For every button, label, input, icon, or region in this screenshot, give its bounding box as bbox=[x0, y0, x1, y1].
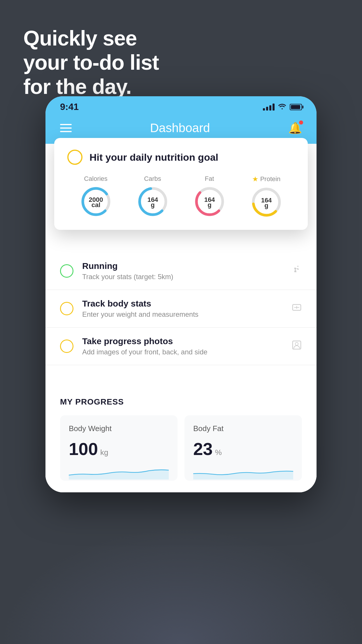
fat-label: Fat bbox=[205, 175, 214, 183]
todo-circle-running bbox=[60, 264, 73, 278]
notification-bell[interactable]: 🔔 bbox=[288, 122, 302, 134]
svg-text:g: g bbox=[151, 201, 154, 209]
headline: Quickly see your to-do list for the day. bbox=[23, 26, 159, 99]
todo-title-photos: Take progress photos bbox=[82, 336, 283, 346]
carbs-ring: Carbs 164 g bbox=[137, 175, 169, 218]
body-fat-card[interactable]: Body Fat 23 % bbox=[184, 415, 302, 481]
body-weight-card[interactable]: Body Weight 100 kg bbox=[60, 415, 178, 481]
body-fat-value: 23 % bbox=[193, 439, 293, 459]
status-bar: 9:41 bbox=[45, 96, 317, 115]
body-weight-number: 100 bbox=[69, 439, 98, 459]
nav-title: Dashboard bbox=[150, 121, 210, 135]
star-icon: ★ bbox=[252, 175, 259, 183]
nutrition-card: Hit your daily nutrition goal Calories 2… bbox=[54, 138, 308, 230]
svg-text:g: g bbox=[264, 202, 268, 209]
scale-icon bbox=[291, 302, 302, 315]
protein-label: ★ Protein bbox=[252, 175, 281, 183]
running-icon bbox=[291, 265, 302, 278]
carbs-label: Carbs bbox=[144, 175, 161, 183]
todo-subtitle-photos: Add images of your front, back, and side bbox=[82, 348, 283, 356]
body-weight-value: 100 kg bbox=[69, 439, 169, 459]
calories-label: Calories bbox=[84, 175, 108, 183]
body-fat-chart bbox=[193, 465, 293, 480]
status-icons bbox=[263, 103, 302, 111]
svg-text:g: g bbox=[208, 201, 211, 209]
card-title: Hit your daily nutrition goal bbox=[89, 152, 218, 163]
todo-item-photos[interactable]: Take progress photos Add images of your … bbox=[45, 328, 317, 365]
todo-subtitle-running: Track your stats (target: 5km) bbox=[82, 273, 283, 281]
wifi-icon bbox=[278, 103, 286, 111]
notification-dot bbox=[299, 120, 303, 125]
spacer bbox=[45, 365, 317, 383]
todo-title-running: Running bbox=[82, 261, 283, 271]
progress-section: MY PROGRESS Body Weight 100 kg Body Fat bbox=[45, 383, 317, 492]
todo-item-running[interactable]: Running Track your stats (target: 5km) bbox=[45, 252, 317, 290]
fat-ring: Fat 164 g bbox=[194, 175, 226, 218]
todo-title-body-stats: Track body stats bbox=[82, 299, 283, 309]
signal-icon bbox=[263, 104, 275, 111]
todo-circle-photos bbox=[60, 340, 73, 353]
protein-ring: ★ Protein 164 g bbox=[250, 175, 282, 218]
status-time: 9:41 bbox=[60, 102, 79, 112]
content-area: THINGS TO DO TODAY Hit your daily nutrit… bbox=[45, 144, 317, 492]
progress-cards: Body Weight 100 kg Body Fat 23 % bbox=[60, 415, 302, 481]
person-icon bbox=[291, 340, 302, 353]
body-weight-chart bbox=[69, 465, 169, 480]
body-weight-unit: kg bbox=[100, 448, 108, 457]
card-header: Hit your daily nutrition goal bbox=[67, 150, 295, 165]
todo-item-body-stats[interactable]: Track body stats Enter your weight and m… bbox=[45, 290, 317, 328]
calories-ring: Calories 2000 cal bbox=[80, 175, 112, 218]
nutrition-rings: Calories 2000 cal Carbs 164 g bbox=[67, 175, 295, 218]
body-fat-unit: % bbox=[215, 448, 222, 457]
todo-subtitle-body-stats: Enter your weight and measurements bbox=[82, 310, 283, 318]
body-fat-number: 23 bbox=[193, 439, 213, 459]
svg-text:cal: cal bbox=[91, 201, 100, 209]
task-circle[interactable] bbox=[67, 150, 82, 165]
body-weight-title: Body Weight bbox=[69, 424, 169, 433]
hamburger-menu[interactable] bbox=[60, 124, 72, 132]
phone-mockup: 9:41 Dashboard 🔔 bbox=[45, 96, 317, 492]
svg-point-18 bbox=[295, 342, 298, 345]
battery-icon bbox=[290, 104, 302, 110]
progress-header: MY PROGRESS bbox=[60, 397, 302, 407]
body-fat-title: Body Fat bbox=[193, 424, 293, 433]
todo-circle-body-stats bbox=[60, 302, 73, 315]
